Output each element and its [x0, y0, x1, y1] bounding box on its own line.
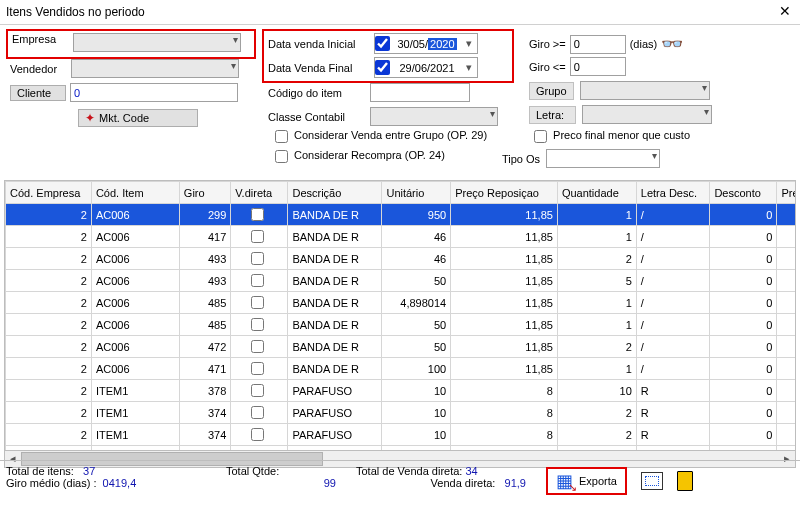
giro-gte-input[interactable] [570, 35, 626, 54]
exporta-button[interactable]: ▦ Exporta [546, 467, 627, 495]
dias-label: (dias) [630, 38, 658, 50]
vdireta-checkbox[interactable] [231, 424, 288, 446]
table-row[interactable]: 2ITEM1378PARAFUSO10810R0R$ [6, 380, 797, 402]
table-row[interactable]: 2AC006493BANDA DE R5011,855/0R$ [6, 270, 797, 292]
codigo-item-label: Código do item [268, 87, 364, 99]
col-descricao[interactable]: Descrição [288, 182, 382, 204]
venda-direta-label: Venda direta: [431, 477, 496, 489]
table-row[interactable]: 2AC006471BANDA DE R10011,851/0R$ [6, 358, 797, 380]
col-reposicao[interactable]: Preço Reposiçao [451, 182, 558, 204]
window-title: Itens Vendidos no periodo [6, 5, 776, 19]
grid-header-row: Cód. Empresa Cód. Item Giro V.direta Des… [6, 182, 797, 204]
col-preco[interactable]: Preço [777, 182, 796, 204]
table-row[interactable]: 2ITEM1374PARAFUSO1082R0R [6, 424, 797, 446]
data-final-label: Data Venda Final [268, 62, 368, 74]
vdireta-checkbox[interactable] [231, 270, 288, 292]
tipo-os-label: Tipo Os [502, 153, 540, 165]
giro-lte-label: Giro <= [529, 61, 566, 73]
tipo-os-combo[interactable] [546, 149, 660, 168]
chevron-down-icon[interactable]: ▾ [461, 37, 477, 50]
vdireta-checkbox[interactable] [231, 226, 288, 248]
grupo-label: Grupo [529, 82, 574, 100]
table-row[interactable]: 2AC006485BANDA DE R5011,851/0R$ [6, 314, 797, 336]
total-venda-direta-value: 34 [465, 465, 477, 477]
vendedor-label: Vendedor [10, 63, 68, 75]
col-cod-empresa[interactable]: Cód. Empresa [6, 182, 92, 204]
vdireta-checkbox[interactable] [231, 358, 288, 380]
total-venda-direta-label: Total de Venda direta: [356, 465, 462, 477]
vdireta-checkbox[interactable] [231, 402, 288, 424]
data-inicial-field[interactable]: 30/05/2020 ▾ [374, 33, 478, 54]
giro-medio-label: Giro médio (dias) : [6, 477, 96, 489]
table-row[interactable]: 2AC006299BANDA DE R95011,851/0R$ [6, 204, 797, 226]
mkt-code-label: Mkt. Code [99, 112, 149, 124]
table-row[interactable]: 2AC006472BANDA DE R5011,852/0R [6, 336, 797, 358]
exporta-label: Exporta [579, 475, 617, 487]
preco-final-custo-label: Preco final menor que custo [553, 129, 690, 141]
letra-label: Letra: [529, 106, 576, 124]
data-inicial-text[interactable]: 30/05/2020 [393, 38, 461, 50]
total-itens-value: 37 [83, 465, 95, 477]
cliente-button[interactable]: Cliente [10, 85, 66, 101]
grupo-combo[interactable] [580, 81, 710, 100]
data-final-text[interactable]: 29/06/2021 [393, 62, 461, 74]
vdireta-checkbox[interactable] [231, 292, 288, 314]
total-qtde-label: Total Qtde: [226, 465, 279, 477]
mkt-code-button[interactable]: ✦ Mkt. Code [78, 109, 198, 127]
considerar-grupo-check[interactable]: Considerar Venda entre Grupo (OP. 29) [275, 129, 487, 141]
calendar-icon[interactable] [641, 472, 663, 490]
col-cod-item[interactable]: Cód. Item [91, 182, 179, 204]
giro-gte-label: Giro >= [529, 38, 566, 50]
giro-lte-input[interactable] [570, 57, 626, 76]
preco-final-custo-check[interactable]: Preco final menor que custo [534, 129, 690, 141]
total-qtde-value: 99 [324, 477, 336, 489]
col-quantidade[interactable]: Quantidade [557, 182, 636, 204]
vdireta-checkbox[interactable] [231, 204, 288, 226]
mkt-icon: ✦ [85, 111, 95, 125]
table-row[interactable]: 2AC006417BANDA DE R4611,851/0R [6, 226, 797, 248]
col-letra-desc[interactable]: Letra Desc. [636, 182, 710, 204]
venda-direta-value: 91,9 [505, 477, 526, 489]
empresa-label: Empresa [12, 33, 70, 45]
vendedor-combo[interactable] [71, 59, 239, 78]
table-row[interactable]: 2AC006493BANDA DE R4611,852/0R [6, 248, 797, 270]
cliente-input[interactable] [70, 83, 238, 102]
considerar-recompra-label: Considerar Recompra (OP. 24) [294, 149, 445, 161]
vdireta-checkbox[interactable] [231, 248, 288, 270]
data-inicial-check[interactable] [375, 36, 390, 51]
considerar-grupo-label: Considerar Venda entre Grupo (OP. 29) [294, 129, 487, 141]
table-row[interactable]: 2ITEM1374PARAFUSO1082R0R [6, 402, 797, 424]
considerar-recompra-check[interactable]: Considerar Recompra (OP. 24) [275, 149, 445, 161]
chevron-down-icon[interactable]: ▾ [461, 61, 477, 74]
export-icon: ▦ [556, 472, 573, 490]
data-final-field[interactable]: 29/06/2021 ▾ [374, 57, 478, 78]
glasses-icon[interactable]: 👓 [661, 33, 683, 55]
vdireta-checkbox[interactable] [231, 314, 288, 336]
close-icon[interactable]: ✕ [776, 3, 794, 21]
classe-contabil-label: Classe Contabil [268, 111, 364, 123]
exit-icon[interactable] [677, 471, 693, 491]
col-desconto[interactable]: Desconto [710, 182, 777, 204]
vdireta-checkbox[interactable] [231, 380, 288, 402]
data-inicial-label: Data venda Inicial [268, 38, 368, 50]
data-final-check[interactable] [375, 60, 390, 75]
items-grid[interactable]: Cód. Empresa Cód. Item Giro V.direta Des… [4, 180, 796, 452]
col-unitario[interactable]: Unitário [382, 182, 451, 204]
codigo-item-input[interactable] [370, 83, 470, 102]
col-giro[interactable]: Giro [179, 182, 230, 204]
empresa-combo[interactable] [73, 33, 241, 52]
classe-contabil-combo[interactable] [370, 107, 498, 126]
total-itens-label: Total de itens: [6, 465, 74, 477]
col-vdireta[interactable]: V.direta [231, 182, 288, 204]
giro-medio-value: 0419,4 [103, 477, 137, 489]
vdireta-checkbox[interactable] [231, 336, 288, 358]
table-row[interactable]: 2AC006485BANDA DE R4,89801411,851/0I [6, 292, 797, 314]
letra-combo[interactable] [582, 105, 712, 124]
